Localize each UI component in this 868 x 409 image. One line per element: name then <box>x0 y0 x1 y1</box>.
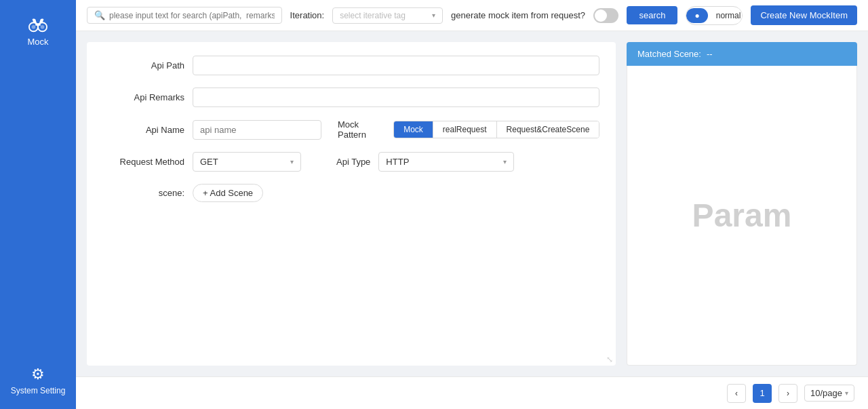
api-type-value: HTTP <box>386 157 409 167</box>
request-method-row: Request Method GET ▾ Api Type HTTP ▾ <box>103 152 599 172</box>
mock-tab-mock[interactable]: Mock <box>394 121 433 138</box>
param-area: Param <box>627 66 857 366</box>
binoculars-icon <box>28 15 47 34</box>
mock-tab-realrequest[interactable]: realRequest <box>433 121 497 138</box>
request-method-select[interactable]: GET ▾ <box>193 152 301 172</box>
current-page-number: 1 <box>753 384 772 403</box>
mock-tabs: Mock realRequest Request&CreateScene Moc… <box>393 121 599 138</box>
svg-point-4 <box>41 25 45 29</box>
generate-toggle[interactable] <box>593 8 618 23</box>
sidebar-mock-label: Mock <box>27 37 48 47</box>
iteration-placeholder: select iterative tag <box>340 11 406 20</box>
right-panel: Matched Scene: -- Param <box>627 42 857 366</box>
api-type-select[interactable]: HTTP ▾ <box>378 152 514 172</box>
prev-page-button[interactable]: ‹ <box>727 384 746 403</box>
scene-label: scene: <box>103 188 184 198</box>
api-type-chevron-icon: ▾ <box>503 158 507 165</box>
next-page-button[interactable]: › <box>778 384 797 403</box>
method-value: GET <box>200 157 218 167</box>
sidebar-item-mock[interactable]: Mock <box>20 7 55 55</box>
add-scene-button[interactable]: + Add Scene <box>193 184 263 202</box>
api-name-input[interactable] <box>193 120 321 140</box>
normal-toggle[interactable]: ● normal <box>686 6 743 25</box>
svg-rect-2 <box>35 23 40 26</box>
method-chevron-icon: ▾ <box>290 158 294 165</box>
resize-handle-icon: ⤡ <box>606 355 613 364</box>
api-path-row: Api Path <box>103 56 599 75</box>
normal-toggle-label: normal <box>708 8 743 23</box>
search-button[interactable]: search <box>627 6 677 24</box>
main-area: 🔍 Iteration: select iterative tag ▾ gene… <box>76 0 868 409</box>
system-setting-label: System Setting <box>11 386 66 395</box>
page-size-value: 10/page <box>810 388 842 398</box>
content-area: Api Path Api Remarks api remarks Api Nam… <box>76 31 868 376</box>
matched-scene-value: -- <box>707 49 713 59</box>
search-icon: 🔍 <box>94 10 105 20</box>
next-arrow-icon: › <box>787 389 789 398</box>
matched-scene-bar: Matched Scene: -- <box>627 42 857 66</box>
mock-tab-request-create-scene[interactable]: Request&CreateScene <box>497 121 599 138</box>
api-name-row: Api Name Mock Pattern Mock realRequest R… <box>103 119 599 140</box>
api-name-label: Api Name <box>103 125 184 135</box>
topbar: 🔍 Iteration: select iterative tag ▾ gene… <box>76 0 868 31</box>
create-mockitem-button[interactable]: Create New MockItem <box>751 5 857 25</box>
param-text: Param <box>692 197 792 234</box>
prev-arrow-icon: ‹ <box>735 389 738 398</box>
search-box: 🔍 <box>87 7 282 24</box>
gear-icon: ⚙ <box>31 366 45 383</box>
sidebar: Mock ⚙ System Setting <box>0 0 76 409</box>
matched-scene-label: Matched Scene: <box>637 49 701 59</box>
toggle-knob <box>595 9 607 22</box>
svg-point-3 <box>32 25 36 29</box>
generate-label: generate mock item from request? <box>451 10 585 20</box>
mock-pattern-label: Mock Pattern <box>338 119 380 140</box>
footer: ‹ 1 › 10/page ▾ <box>76 376 868 409</box>
api-path-input[interactable] <box>193 56 599 75</box>
form-panel: Api Path Api Remarks api remarks Api Nam… <box>87 42 616 366</box>
api-remarks-row: Api Remarks api remarks <box>103 87 599 107</box>
search-input[interactable] <box>109 11 275 20</box>
api-remarks-input[interactable]: api remarks <box>193 87 599 107</box>
request-method-label: Request Method <box>103 157 184 167</box>
page-size-select[interactable]: 10/page ▾ <box>804 385 854 402</box>
page-size-chevron-icon: ▾ <box>845 389 848 397</box>
sidebar-system-setting[interactable]: ⚙ System Setting <box>11 366 66 395</box>
api-remarks-label: Api Remarks <box>103 92 184 102</box>
iteration-select[interactable]: select iterative tag ▾ <box>332 7 443 24</box>
iteration-label: Iteration: <box>290 10 325 20</box>
scene-row: scene: + Add Scene <box>103 184 599 202</box>
api-path-label: Api Path <box>103 60 184 71</box>
normal-toggle-dot: ● <box>686 8 707 23</box>
api-type-label: Api Type <box>336 157 370 167</box>
iteration-chevron-icon: ▾ <box>432 12 435 19</box>
